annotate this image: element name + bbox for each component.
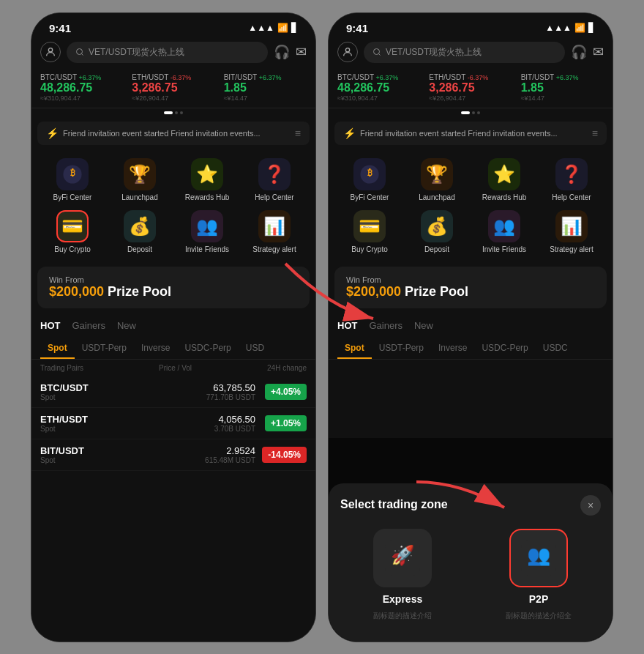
table-row-btc-left[interactable]: BTC/USDT Spot 63,785.50 771.70B USDT +4.…	[31, 376, 315, 408]
headphone-icon-left[interactable]: 🎧	[274, 44, 290, 60]
prize-label-left: Win From	[49, 275, 298, 284]
search-bar-right[interactable]: VET/USDT现货火热上线	[364, 42, 565, 63]
subtab-spot-right[interactable]: Spot	[337, 338, 372, 359]
time-left: 9:41	[49, 22, 71, 34]
col1-header-left: Trading Pairs	[40, 364, 83, 372]
action-rewards-hub-right[interactable]: ⭐ Rewards Hub	[472, 155, 536, 204]
prize-pool-right[interactable]: Win From $200,000 Prize Pool	[334, 267, 607, 308]
banner-right[interactable]: ⚡ Friend invitation event started Friend…	[334, 122, 607, 145]
tab-gainers-right[interactable]: Gainers	[369, 317, 402, 334]
tab-new-left[interactable]: New	[117, 317, 136, 334]
time-right: 9:41	[346, 22, 368, 34]
col2-header-left: Price / Vol	[159, 364, 192, 372]
prize-amount-right: $200,000 Prize Pool	[346, 284, 595, 300]
launchpad-icon-right: 🏆	[421, 158, 453, 190]
action-deposit-right[interactable]: 💰 Deposit	[405, 207, 469, 256]
ticker-bit-left[interactable]: BIT/USDT +6.37% 1.85 ≈¥14.47	[224, 73, 307, 102]
svg-point-1	[77, 49, 83, 55]
ticker-bit-right[interactable]: BIT/USDT +6.37% 1.85 ≈¥14.47	[521, 73, 604, 102]
ticker-btc-left[interactable]: BTC/USDT +6.37% 48,286.75 ≈¥310,904.47	[40, 73, 123, 102]
deposit-icon-right: 💰	[421, 210, 453, 242]
banner-menu-left[interactable]: ≡	[295, 127, 301, 139]
modal-close-button[interactable]: ×	[580, 495, 601, 516]
ticker-btc-right[interactable]: BTC/USDT +6.37% 48,286.75 ≈¥310,904.47	[337, 73, 420, 102]
subtab-spot-left[interactable]: Spot	[40, 338, 75, 359]
subtab-usd-left[interactable]: USD	[239, 338, 272, 359]
prize-pool-left[interactable]: Win From $200,000 Prize Pool	[37, 267, 310, 308]
action-help-center-left[interactable]: ❓ Help Center	[242, 155, 307, 204]
table-row-eth-left[interactable]: ETH/USDT Spot 4,056.50 3.70B USDT +1.05%	[31, 408, 315, 439]
rewards-icon-left: ⭐	[191, 158, 223, 190]
avatar-left[interactable]	[40, 42, 61, 62]
prize-amount-left: $200,000 Prize Pool	[49, 284, 298, 300]
action-byfi-center-left[interactable]: ₿ ByFi Center	[40, 155, 105, 204]
banner-text-left: Friend invitation event started Friend i…	[63, 129, 291, 138]
mail-icon-left[interactable]: ✉	[296, 44, 307, 60]
action-byfi-center-right[interactable]: ₿ ByFi Center	[337, 155, 402, 204]
byfi-label-right: ByFi Center	[351, 193, 389, 201]
subtab-usdc-perp-left[interactable]: USDC-Perp	[177, 338, 238, 359]
svg-line-2	[81, 53, 83, 55]
banner-menu-right[interactable]: ≡	[592, 127, 598, 139]
express-icon-wrap: 🚀	[373, 529, 432, 587]
price-col-eth-left: 4,056.50 3.70B USDT	[148, 414, 255, 433]
svg-point-0	[48, 48, 52, 52]
quick-actions-right: ₿ ByFi Center 🏆 Launchpad ⭐ Rewards Hub	[329, 149, 613, 262]
dot2	[175, 111, 178, 114]
subtab-usdt-perp-left[interactable]: USDT-Perp	[75, 338, 134, 359]
headphone-icon-right[interactable]: 🎧	[571, 44, 587, 60]
action-launchpad-left[interactable]: 🏆 Launchpad	[108, 155, 172, 204]
action-buy-crypto-left[interactable]: 💳 Buy Crypto	[40, 207, 105, 256]
action-invite-right[interactable]: 👥 Invite Friends	[472, 207, 536, 256]
action-invite-left[interactable]: 👥 Invite Friends	[175, 207, 239, 256]
price-col-btc-left: 63,785.50 771.70B USDT	[148, 382, 255, 401]
status-bar-right: 9:41 ▲▲▲ 📶 ▋	[329, 13, 613, 37]
ticker-eth-right[interactable]: ETH/USDT -6.37% 3,286.75 ≈¥26,904.47	[429, 73, 512, 102]
battery-icon: ▋	[291, 23, 298, 33]
action-deposit-left[interactable]: 💰 Deposit	[108, 207, 172, 256]
action-help-center-right[interactable]: ❓ Help Center	[539, 155, 604, 204]
subtab-usdt-perp-right[interactable]: USDT-Perp	[372, 338, 431, 359]
svg-line-8	[378, 53, 380, 55]
action-buy-crypto-right[interactable]: 💳 Buy Crypto	[337, 207, 402, 256]
scroll-dots-left	[31, 108, 315, 117]
action-rewards-hub-left[interactable]: ⭐ Rewards Hub	[175, 155, 239, 204]
deposit-icon-left: 💰	[124, 210, 156, 242]
tab-hot-left[interactable]: HOT	[40, 317, 60, 334]
header-left: VET/USDT现货火热上线 🎧 ✉	[31, 37, 315, 67]
tab-new-right[interactable]: New	[414, 317, 433, 334]
action-strategy-left[interactable]: 📊 Strategy alert	[242, 207, 307, 256]
select-zone-modal: Select trading zone × 🚀 Express	[329, 483, 613, 642]
banner-left[interactable]: ⚡ Friend invitation event started Friend…	[37, 122, 310, 145]
zone-p2p[interactable]: 👥 P2P 副标题的描述介绍全	[476, 529, 601, 621]
price-col-bit-left: 2.9524 615.48M USDT	[148, 445, 255, 464]
zone-options: 🚀 Express 副标题的描述介绍 👥	[340, 523, 601, 627]
prize-suffix-left: Prize Pool	[108, 284, 171, 299]
buy-crypto-icon-right: 💳	[353, 210, 386, 242]
subtab-usdc-perp-right[interactable]: USDC-Perp	[474, 338, 535, 359]
avatar-right[interactable]	[337, 42, 358, 62]
header-icons-left: 🎧 ✉	[274, 44, 307, 60]
market-tabs-right: HOT Gainers New	[329, 313, 613, 338]
wifi-icon: 📶	[277, 23, 288, 33]
lightning-icon-left: ⚡	[46, 127, 59, 139]
mail-icon-right[interactable]: ✉	[593, 44, 604, 60]
search-bar-left[interactable]: VET/USDT现货火热上线	[67, 42, 268, 63]
quick-actions-left: ₿ ByFi Center 🏆 Launchpad ⭐ Rewards Hub	[31, 149, 315, 262]
table-row-bit-left[interactable]: BIT/USDT Spot 2.9524 615.48M USDT -14.05…	[31, 439, 315, 471]
invite-icon-right: 👥	[488, 210, 520, 242]
tab-gainers-left[interactable]: Gainers	[72, 317, 105, 334]
subtab-inverse-right[interactable]: Inverse	[431, 338, 474, 359]
ticker-eth-left[interactable]: ETH/USDT -6.37% 3,286.75 ≈¥26,904.47	[132, 73, 214, 102]
launchpad-icon-left: 🏆	[124, 158, 156, 190]
status-icons-right: ▲▲▲ 📶 ▋	[545, 23, 595, 33]
zone-express[interactable]: 🚀 Express 副标题的描述介绍	[340, 529, 465, 621]
tab-hot-right[interactable]: HOT	[337, 317, 357, 334]
p2p-icon-wrap: 👥	[509, 529, 568, 587]
strategy-icon-right: 📊	[555, 210, 588, 242]
dot1-right	[461, 111, 470, 114]
subtab-inverse-left[interactable]: Inverse	[134, 338, 177, 359]
action-strategy-right[interactable]: 📊 Strategy alert	[539, 207, 604, 256]
action-launchpad-right[interactable]: 🏆 Launchpad	[405, 155, 469, 204]
subtab-usdc-right[interactable]: USDC	[536, 338, 575, 359]
